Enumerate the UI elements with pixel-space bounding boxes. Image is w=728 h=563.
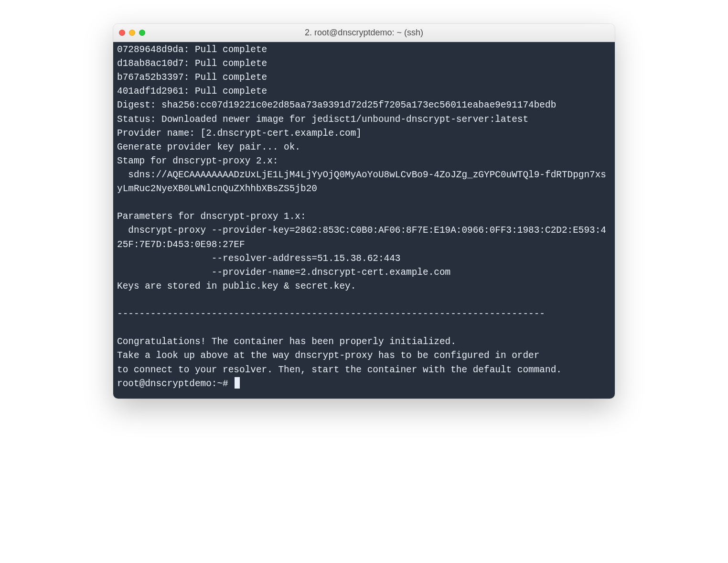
minimize-icon[interactable]	[129, 30, 135, 36]
close-icon[interactable]	[119, 30, 125, 36]
traffic-lights	[119, 30, 145, 36]
zoom-icon[interactable]	[139, 30, 145, 36]
terminal-window: 2. root@dnscryptdemo: ~ (ssh) 07289648d9…	[113, 24, 615, 399]
shell-prompt: root@dnscryptdemo:~#	[117, 379, 234, 389]
window-title: 2. root@dnscryptdemo: ~ (ssh)	[113, 28, 615, 38]
cursor-icon	[235, 377, 240, 389]
terminal-body[interactable]: 07289648d9da: Pull complete d18ab8ac10d7…	[113, 42, 615, 399]
terminal-output: 07289648d9da: Pull complete d18ab8ac10d7…	[117, 44, 606, 375]
titlebar[interactable]: 2. root@dnscryptdemo: ~ (ssh)	[113, 24, 615, 42]
